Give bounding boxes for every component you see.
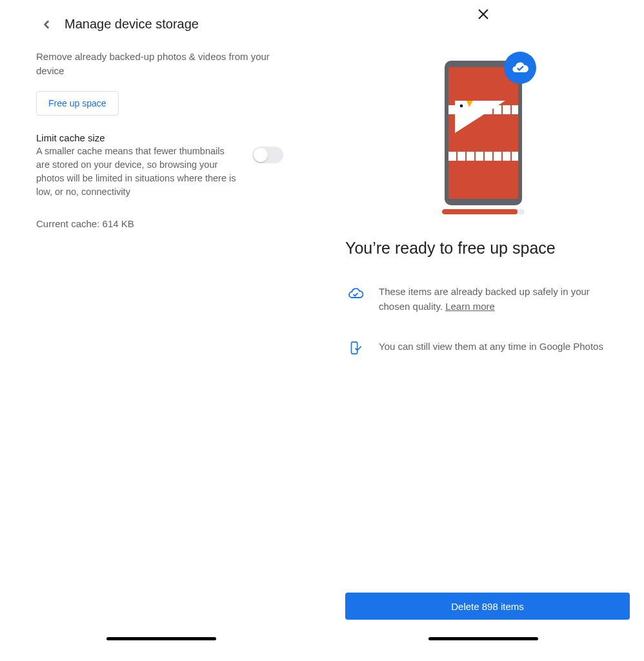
progress-fill bbox=[442, 209, 518, 214]
close-button[interactable] bbox=[474, 5, 492, 23]
bird-icon bbox=[454, 101, 505, 133]
current-cache-label: Current cache: 614 KB bbox=[36, 218, 286, 229]
limit-cache-description: A smaller cache means that fewer thumbna… bbox=[36, 145, 237, 199]
info-view-text: You can still view them at any time in G… bbox=[379, 340, 603, 356]
page-title: Manage device storage bbox=[65, 17, 199, 32]
phone-graphic bbox=[445, 61, 522, 205]
progress-bar bbox=[442, 209, 525, 214]
free-up-space-screen: You’re ready to free up space These item… bbox=[322, 0, 644, 661]
free-up-title: You’re ready to free up space bbox=[322, 239, 644, 258]
free-up-space-button[interactable]: Free up space bbox=[36, 91, 119, 116]
cloud-done-icon bbox=[348, 286, 363, 301]
manage-storage-screen: Manage device storage Remove already bac… bbox=[0, 0, 322, 661]
home-indicator bbox=[106, 637, 216, 640]
storage-description: Remove already backed-up photos & videos… bbox=[36, 50, 281, 78]
home-indicator bbox=[428, 637, 538, 640]
svg-point-4 bbox=[459, 105, 463, 108]
learn-more-link[interactable]: Learn more bbox=[445, 301, 495, 312]
delete-items-button[interactable]: Delete 898 items bbox=[345, 593, 630, 620]
cloud-check-icon bbox=[511, 59, 529, 77]
info-row-backup: These items are already backed up safely… bbox=[348, 285, 618, 314]
cloud-done-badge bbox=[504, 52, 536, 84]
svg-rect-5 bbox=[352, 342, 357, 354]
phone-check-icon bbox=[348, 341, 362, 355]
toggle-knob bbox=[254, 148, 268, 162]
limit-cache-toggle[interactable] bbox=[252, 147, 283, 163]
close-icon bbox=[476, 7, 490, 21]
back-button[interactable] bbox=[39, 17, 54, 32]
chevron-left-icon bbox=[40, 18, 53, 31]
limit-cache-title: Limit cache size bbox=[36, 132, 237, 143]
info-row-view: You can still view them at any time in G… bbox=[348, 340, 618, 356]
free-up-illustration bbox=[322, 61, 644, 205]
